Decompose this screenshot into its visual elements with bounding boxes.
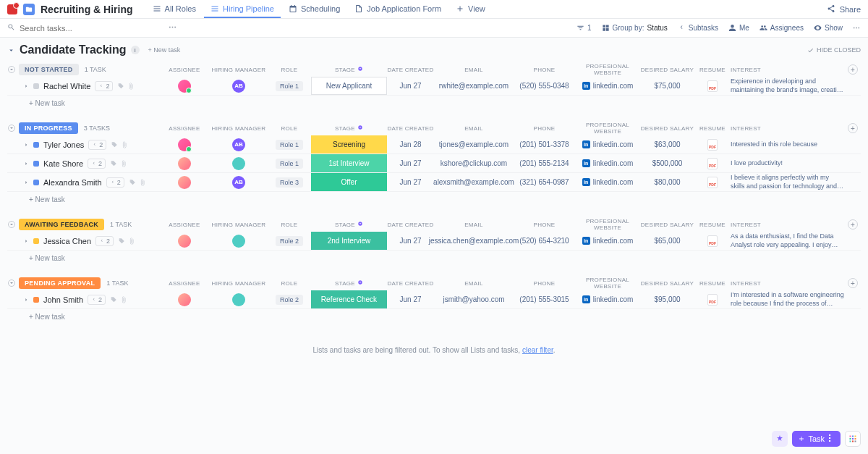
col-stage[interactable]: STAGE: [311, 125, 387, 132]
table-row[interactable]: Tyler Jones 2 AB Role 1 Screening Jan 28…: [7, 135, 861, 154]
expand-row-icon[interactable]: [23, 178, 29, 187]
cell-role[interactable]: Role 1: [268, 135, 311, 154]
cell-resume[interactable]: [694, 135, 731, 154]
add-task-button[interactable]: + New task: [7, 309, 861, 324]
cell-assignee[interactable]: [159, 173, 210, 191]
cell-website[interactable]: inlinkedin.com: [575, 173, 640, 191]
tag-icon[interactable]: [117, 83, 124, 90]
tag-icon[interactable]: [111, 141, 118, 148]
attach-icon[interactable]: [128, 237, 135, 245]
cell-email[interactable]: tjones@example.com: [434, 135, 514, 154]
cell-website[interactable]: inlinkedin.com: [575, 290, 640, 308]
tab-add-view[interactable]: View: [449, 1, 492, 18]
cell-role[interactable]: Role 1: [268, 77, 311, 95]
cell-assignee[interactable]: [159, 154, 210, 172]
attach-icon[interactable]: [139, 179, 146, 186]
table-row[interactable]: Rachel White 2 AB Role 1 New Applicant J…: [7, 77, 861, 96]
subtask-count[interactable]: 2: [95, 81, 113, 91]
cell-hiring-manager[interactable]: [210, 154, 268, 172]
collapse-group-icon[interactable]: [7, 220, 16, 229]
cell-assignee[interactable]: [159, 232, 210, 250]
tag-icon[interactable]: [110, 160, 117, 167]
subtask-count[interactable]: 2: [106, 177, 124, 188]
task-name[interactable]: Kate Shore: [43, 159, 83, 168]
add-task-button[interactable]: + New task: [7, 192, 861, 207]
cell-stage[interactable]: Screening: [311, 135, 387, 154]
cell-phone[interactable]: (201) 555-3015: [514, 290, 575, 308]
add-column-button[interactable]: +: [848, 123, 858, 133]
collapse-list-icon[interactable]: [7, 46, 15, 54]
task-name[interactable]: John Smith: [43, 295, 83, 304]
col-stage[interactable]: STAGE: [311, 279, 387, 287]
cell-hiring-manager[interactable]: [210, 290, 268, 308]
collapse-group-icon[interactable]: [7, 124, 16, 133]
cell-phone[interactable]: (201) 555-2134: [514, 154, 575, 172]
tag-icon[interactable]: [110, 296, 117, 303]
table-row[interactable]: John Smith 2 Role 2 Reference Check Jun …: [7, 290, 861, 309]
cell-email[interactable]: rwhite@example.com: [434, 77, 514, 95]
status-pill[interactable]: PENDING APPROVAL: [19, 277, 101, 289]
cell-role[interactable]: Role 1: [268, 154, 311, 172]
cell-website[interactable]: inlinkedin.com: [575, 154, 640, 172]
search-input[interactable]: [20, 24, 164, 33]
expand-row-icon[interactable]: [23, 140, 29, 149]
cell-website[interactable]: inlinkedin.com: [575, 77, 640, 95]
subtasks-button[interactable]: Subtasks: [678, 24, 718, 32]
info-icon[interactable]: i: [131, 46, 140, 54]
col-stage[interactable]: STAGE: [311, 221, 387, 228]
subtask-count[interactable]: 2: [88, 295, 106, 305]
tag-icon[interactable]: [118, 237, 125, 245]
attach-icon[interactable]: [120, 296, 127, 303]
subtask-count[interactable]: 2: [95, 236, 114, 246]
collapse-group-icon[interactable]: [7, 65, 16, 74]
show-button[interactable]: Show: [814, 24, 843, 32]
tab-hiring-pipeline[interactable]: Hiring Pipeline: [204, 1, 281, 18]
subtask-count[interactable]: 2: [88, 140, 106, 150]
hide-closed-button[interactable]: HIDE CLOSED: [807, 46, 861, 54]
expand-row-icon[interactable]: [23, 159, 29, 168]
group-by-button[interactable]: Group by: Status: [602, 24, 668, 32]
cell-phone[interactable]: (520) 654-3210: [514, 232, 575, 250]
cell-email[interactable]: jsmith@yahoo.com: [434, 290, 514, 308]
cell-email[interactable]: alexsmith@example.com: [434, 173, 514, 191]
expand-row-icon[interactable]: [23, 237, 29, 245]
filter-button[interactable]: 1: [576, 24, 592, 32]
cell-assignee[interactable]: [159, 77, 210, 95]
ai-button[interactable]: [772, 431, 788, 447]
add-column-button[interactable]: +: [848, 64, 858, 75]
apps-button[interactable]: [845, 431, 861, 447]
cell-email[interactable]: jessica.chen@example.com: [434, 232, 514, 250]
cell-hiring-manager[interactable]: AB: [210, 135, 268, 154]
cell-stage[interactable]: Offer: [311, 173, 387, 191]
task-name[interactable]: Rachel White: [43, 82, 90, 91]
cell-resume[interactable]: [694, 232, 731, 250]
cell-assignee[interactable]: [159, 290, 210, 308]
table-row[interactable]: Kate Shore 2 Role 1 1st Interview Jun 27…: [7, 154, 861, 173]
cell-website[interactable]: inlinkedin.com: [575, 232, 640, 250]
task-options-icon[interactable]: ⠇: [827, 434, 835, 444]
expand-row-icon[interactable]: [23, 295, 29, 304]
folder-icon[interactable]: [23, 4, 35, 15]
cell-phone[interactable]: (201) 501-3378: [514, 135, 575, 154]
col-stage[interactable]: STAGE: [311, 66, 387, 73]
attach-icon[interactable]: [120, 160, 127, 167]
cell-stage[interactable]: 2nd Interview: [311, 232, 387, 250]
assignees-button[interactable]: Assignees: [760, 24, 804, 32]
cell-email[interactable]: kshore@clickup.com: [434, 154, 514, 172]
notification-icon[interactable]: [7, 4, 17, 14]
task-name[interactable]: Jessica Chen: [43, 237, 91, 245]
cell-resume[interactable]: [694, 173, 731, 191]
cell-hiring-manager[interactable]: AB: [210, 173, 268, 191]
cell-role[interactable]: Role 3: [268, 173, 311, 191]
task-name[interactable]: Tyler Jones: [43, 140, 84, 149]
new-task-fab[interactable]: Task ⠇: [792, 431, 841, 447]
subtask-count[interactable]: 2: [88, 159, 106, 169]
cell-resume[interactable]: [694, 290, 731, 308]
status-pill[interactable]: NOT STARTED: [19, 64, 79, 75]
status-pill[interactable]: AWAITING FEEDBACK: [19, 219, 104, 230]
tab-job-application-form[interactable]: Job Application Form: [348, 1, 448, 18]
attach-icon[interactable]: [121, 141, 128, 148]
cell-stage[interactable]: New Applicant: [311, 77, 387, 95]
cell-resume[interactable]: [694, 154, 731, 172]
search-options-icon[interactable]: ⋯: [169, 23, 177, 33]
